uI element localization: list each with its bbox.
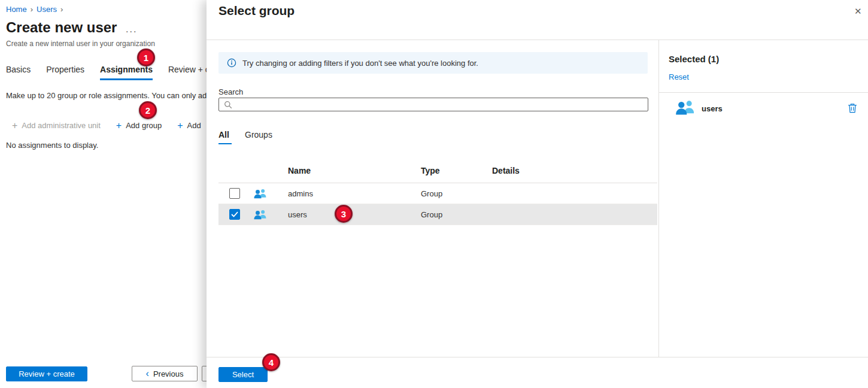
chevron-left-icon: ‹: [146, 370, 149, 377]
breadcrumb-home[interactable]: Home: [6, 5, 27, 14]
breadcrumb-separator-icon: ›: [31, 5, 33, 14]
add-role-button[interactable]: + Add: [177, 121, 201, 130]
reset-link[interactable]: Reset: [669, 72, 689, 81]
row-type: Group: [421, 189, 442, 198]
page-title: Create new user: [6, 19, 117, 36]
plus-icon: +: [177, 122, 183, 129]
select-group-panel: Select group ✕ Try changing or adding fi…: [207, 0, 868, 388]
active-tab-underline: [218, 143, 232, 144]
checkbox-admins[interactable]: [229, 188, 240, 199]
column-type: Type: [421, 166, 440, 175]
tab-assignments[interactable]: Assignments: [100, 65, 153, 80]
tab-basics[interactable]: Basics: [6, 65, 31, 80]
info-banner: Try changing or adding filters if you do…: [218, 52, 648, 74]
panel-title-divider: [207, 40, 868, 40]
search-box: [218, 98, 648, 111]
tab-properties[interactable]: Properties: [46, 65, 84, 80]
panel-title: Select group: [218, 4, 295, 18]
breadcrumb: Home › Users ›: [6, 5, 63, 14]
breadcrumb-separator-icon: ›: [60, 5, 63, 14]
search-input[interactable]: [236, 100, 643, 109]
group-icon: [253, 208, 268, 220]
row-type: Group: [421, 210, 442, 219]
tab-all[interactable]: All: [218, 130, 229, 140]
selected-panel-divider: [658, 40, 659, 357]
table-row-users[interactable]: users Group: [218, 204, 657, 225]
search-icon: [224, 101, 232, 109]
step-badge-2: 2: [139, 101, 157, 119]
column-name: Name: [288, 166, 311, 175]
tab-groups[interactable]: Groups: [245, 130, 272, 140]
trash-icon[interactable]: [848, 103, 858, 114]
info-banner-text: Try changing or adding filters if you do…: [242, 59, 478, 68]
no-assignments-text: No assignments to display.: [6, 141, 98, 150]
search-label: Search: [218, 87, 243, 96]
panel-footer-divider: [207, 357, 868, 357]
group-icon: [675, 98, 696, 116]
more-menu-icon[interactable]: ...: [126, 24, 137, 35]
selected-count-title: Selected (1): [669, 54, 719, 64]
screen: Home › Users › Create new user ... Creat…: [0, 0, 868, 388]
step-badge-4: 4: [262, 353, 280, 371]
step-badge-1: 1: [137, 48, 155, 66]
review-create-button[interactable]: Review + create: [6, 366, 87, 381]
info-icon: [227, 58, 236, 68]
group-icon: [253, 187, 268, 199]
plus-icon: +: [12, 122, 17, 129]
step-badge-3: 3: [335, 205, 353, 223]
table-row-admins[interactable]: admins Group: [218, 183, 657, 204]
row-name: users: [288, 210, 307, 219]
table-header: Name Type Details: [218, 166, 657, 178]
selected-item-name: users: [702, 104, 723, 113]
plus-icon: +: [116, 122, 122, 129]
close-icon[interactable]: ✕: [854, 6, 862, 17]
add-group-button[interactable]: + Add group: [116, 121, 162, 130]
add-administrative-unit-button[interactable]: + Add administrative unit: [12, 121, 101, 130]
create-user-tabs: Basics Properties Assignments Review + c…: [6, 65, 213, 80]
select-button[interactable]: Select: [218, 367, 268, 382]
selected-item-divider-top: [658, 92, 868, 93]
tab-review-create[interactable]: Review + cr: [168, 65, 213, 80]
checkbox-users[interactable]: [229, 209, 240, 220]
assignments-toolbar: + Add administrative unit + Add group + …: [12, 121, 201, 130]
column-details: Details: [492, 166, 520, 175]
breadcrumb-users[interactable]: Users: [37, 5, 57, 14]
previous-button[interactable]: ‹ Previous: [132, 366, 198, 381]
row-name: admins: [288, 189, 313, 198]
page-subtitle: Create a new internal user in your organ…: [6, 40, 155, 48]
